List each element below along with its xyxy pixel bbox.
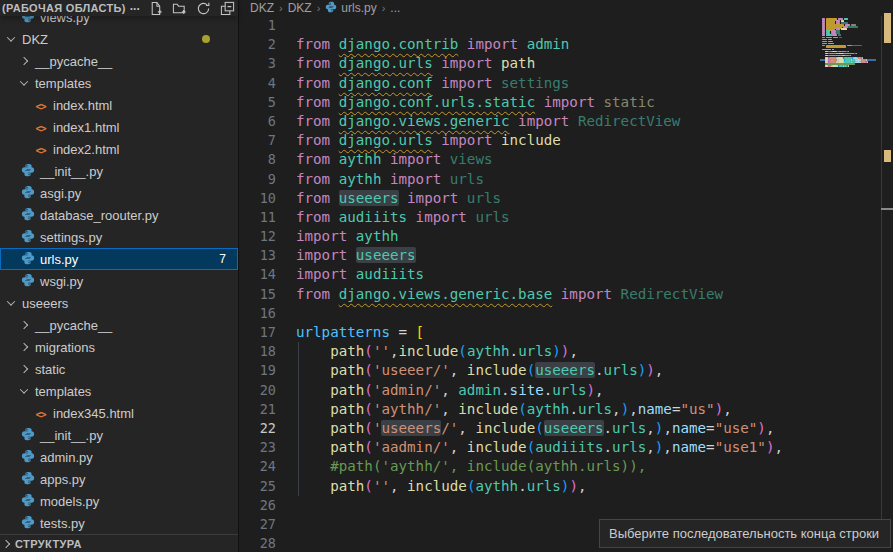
code-line-11[interactable]: 11from audiiits import urls <box>240 208 820 227</box>
tree-item-index-html[interactable]: <>index.html <box>0 94 238 116</box>
python-file-icon <box>20 163 35 180</box>
tooltip-text: Выберите последовательность конца строки <box>609 526 879 541</box>
tree-item-templates[interactable]: templates <box>0 380 238 402</box>
tree-item-tests-py[interactable]: tests.py <box>0 512 238 534</box>
code-line-9[interactable]: 9from aythh import urls <box>240 170 820 189</box>
html-file-icon: <> <box>33 406 48 421</box>
line-number: 8 <box>240 150 276 169</box>
code-line-12[interactable]: 12import aythh <box>240 227 820 246</box>
new-folder-icon[interactable] <box>172 1 187 16</box>
html-file-icon: <> <box>33 120 48 135</box>
tree-item-index345-html[interactable]: <>index345.html <box>0 402 238 424</box>
explorer-actions <box>148 1 235 16</box>
line-number: 23 <box>240 438 276 457</box>
line-number: 11 <box>240 208 276 227</box>
code-line-26[interactable]: 26 <box>240 496 820 515</box>
tree-item-static[interactable]: static <box>0 358 238 380</box>
collapse-all-icon[interactable] <box>220 1 235 16</box>
tree-item-label: urls.py <box>40 252 78 267</box>
tree-item-label: apps.py <box>40 472 86 487</box>
tree-item-dkz[interactable]: DKZ <box>0 28 238 50</box>
code-editor: DKZ›DKZ›urls.py›... 12from django.contri… <box>240 0 893 552</box>
python-file-icon <box>20 273 35 290</box>
tree-item-index1-html[interactable]: <>index1.html <box>0 116 238 138</box>
modified-dot <box>202 35 210 43</box>
code-line-15[interactable]: 15from django.views.generic.base import … <box>240 285 820 304</box>
line-number: 16 <box>240 304 276 323</box>
chevron-right-icon <box>20 321 28 329</box>
tree-item-label: wsgi.py <box>40 274 83 289</box>
tree-item-migrations[interactable]: migrations <box>0 336 238 358</box>
tree-item--pycache-[interactable]: __pycache__ <box>0 314 238 336</box>
refresh-icon[interactable] <box>196 1 211 16</box>
new-file-icon[interactable] <box>148 1 163 16</box>
indent-guide <box>298 342 299 496</box>
breadcrumb-separator: › <box>382 2 386 14</box>
line-number: 6 <box>240 112 276 131</box>
chevron-down-icon <box>7 297 15 305</box>
code-line-10[interactable]: 10from useeers import urls <box>240 189 820 208</box>
code-line-23[interactable]: 23 path('aadmin/', include(audiiits.urls… <box>240 438 820 457</box>
code-line-17[interactable]: 17urlpatterns = [ <box>240 323 820 342</box>
code-line-2[interactable]: 2from django.contrib import admin <box>240 35 820 54</box>
code-line-14[interactable]: 14import audiiits <box>240 265 820 284</box>
outline-section-header[interactable]: СТРУКТУРА <box>0 534 238 552</box>
python-file-icon <box>20 251 35 268</box>
line-number: 10 <box>240 189 276 208</box>
code-line-7[interactable]: 7from django.urls import include <box>240 131 820 150</box>
tree-item-urls-py[interactable]: urls.py7 <box>0 248 238 270</box>
code-area[interactable]: 12from django.contrib import admin3from … <box>240 16 820 552</box>
code-line-4[interactable]: 4from django.conf import settings <box>240 74 820 93</box>
line-number: 18 <box>240 342 276 361</box>
code-line-1[interactable]: 1 <box>240 16 820 35</box>
tree-item-database-roouter-py[interactable]: database_roouter.py <box>0 204 238 226</box>
tree-item-admin-py[interactable]: admin.py <box>0 446 238 468</box>
code-line-24[interactable]: 24 #path('aythh/', include(aythh.urls)), <box>240 457 820 476</box>
explorer-section-header: (РАБОЧАЯ ОБЛАСТЬ) ... <box>0 0 238 16</box>
line-number: 17 <box>240 323 276 342</box>
line-number: 21 <box>240 400 276 419</box>
more-actions-button[interactable]: ... <box>130 0 140 13</box>
tree-item-useeers[interactable]: useeers <box>0 292 238 314</box>
code-line-25[interactable]: 25 path('', include(aythh.urls)), <box>240 477 820 496</box>
code-line-21[interactable]: 21 path('aythh/', include(aythh.urls,),n… <box>240 400 820 419</box>
breadcrumb-item[interactable]: ... <box>390 1 400 15</box>
tree-item--pycache-[interactable]: __pycache__ <box>0 50 238 72</box>
tree-item-apps-py[interactable]: apps.py <box>0 468 238 490</box>
code-line-16[interactable]: 16 <box>240 304 820 323</box>
code-line-5[interactable]: 5from django.conf.urls.static import sta… <box>240 93 820 112</box>
tree-item-settings-py[interactable]: settings.py <box>0 226 238 248</box>
tree-item-wsgi-py[interactable]: wsgi.py <box>0 270 238 292</box>
code-line-18[interactable]: 18 path('',include(aythh.urls)), <box>240 342 820 361</box>
tree-item-templates[interactable]: templates <box>0 72 238 94</box>
code-line-8[interactable]: 8from aythh import views <box>240 150 820 169</box>
tree-item-label: models.py <box>40 494 99 509</box>
line-number: 28 <box>240 534 276 552</box>
tree-item--init-py[interactable]: __init__.py <box>0 160 238 182</box>
tree-item-asgi-py[interactable]: asgi.py <box>0 182 238 204</box>
line-number: 9 <box>240 170 276 189</box>
code-line-20[interactable]: 20 path('admin/', admin.site.urls), <box>240 381 820 400</box>
breadcrumb-item[interactable]: DKZ <box>288 1 312 15</box>
tree-item-index2-html[interactable]: <>index2.html <box>0 138 238 160</box>
tree-item-label: index1.html <box>53 120 119 135</box>
html-file-icon: <> <box>33 98 48 113</box>
line-number: 26 <box>240 496 276 515</box>
tree-item-label: admin.py <box>40 450 93 465</box>
tree-item--init-py[interactable]: __init__.py <box>0 424 238 446</box>
code-line-3[interactable]: 3from django.urls import path <box>240 54 820 73</box>
line-number: 14 <box>240 265 276 284</box>
code-line-6[interactable]: 6from django.views.generic import Redire… <box>240 112 820 131</box>
code-line-13[interactable]: 13import useeers <box>240 246 820 265</box>
tree-item-label: migrations <box>35 340 95 355</box>
breadcrumb-item[interactable]: urls.py <box>325 1 376 16</box>
ruler-warning-mark <box>884 13 891 43</box>
statusbar-tooltip: Выберите последовательность конца строки <box>599 519 891 548</box>
tree-item-models-py[interactable]: models.py <box>0 490 238 512</box>
code-line-22[interactable]: 22 path('useeers/', include(useeers.urls… <box>240 419 820 438</box>
minimap[interactable] <box>820 16 876 136</box>
code-line-19[interactable]: 19 path('useeer/', include(useeers.urls)… <box>240 361 820 380</box>
overview-ruler[interactable] <box>881 0 893 552</box>
ruler-cursor-mark <box>881 208 893 210</box>
breadcrumb-item[interactable]: DKZ <box>250 1 274 15</box>
